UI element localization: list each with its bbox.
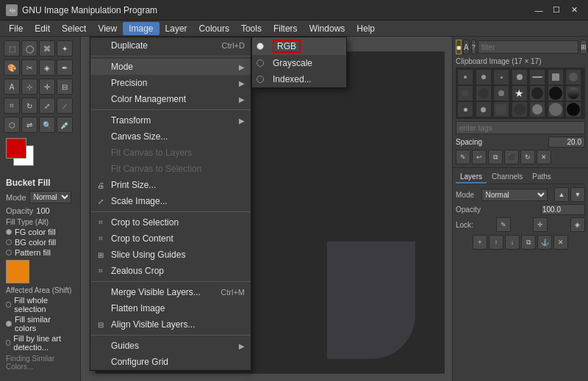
menu-guides[interactable]: Guides ▶ bbox=[90, 338, 251, 354]
foreground-color[interactable] bbox=[6, 138, 26, 159]
layer-delete-btn[interactable]: ✕ bbox=[553, 235, 568, 250]
brush-filter-input[interactable] bbox=[478, 40, 578, 54]
menu-color-management[interactable]: Color Management ▶ bbox=[90, 91, 251, 107]
fill-fg-radio[interactable] bbox=[6, 229, 12, 235]
mode-select[interactable]: Normal bbox=[29, 191, 71, 203]
brush-delete-btn[interactable]: ✕ bbox=[537, 150, 551, 164]
brush-undo-btn[interactable]: ↩ bbox=[472, 150, 487, 164]
menu-colours[interactable]: Colours bbox=[193, 22, 235, 35]
tool-measure[interactable]: ⊹ bbox=[21, 79, 37, 95]
fill-fg[interactable]: FG color fill bbox=[6, 228, 74, 236]
affect-line-art-radio[interactable] bbox=[6, 340, 10, 346]
menu-view[interactable]: View bbox=[92, 22, 123, 35]
menu-precision[interactable]: Precision ▶ bbox=[90, 75, 251, 91]
menu-grayscale[interactable]: Grayscale bbox=[252, 55, 346, 71]
affect-line-art[interactable]: Fill by line art detectio... bbox=[6, 334, 74, 352]
menu-crop-content[interactable]: ⌗ Crop to Content bbox=[90, 231, 251, 247]
menu-tools[interactable]: Tools bbox=[235, 22, 268, 35]
lock-position-btn[interactable]: ✛ bbox=[533, 217, 548, 232]
tool-text[interactable]: A bbox=[4, 79, 20, 95]
menu-zealous-crop[interactable]: ⌗ Zealous Crop bbox=[90, 263, 251, 279]
menu-flatten[interactable]: Flatten Image bbox=[90, 300, 251, 316]
tool-align[interactable]: ⊟ bbox=[57, 79, 73, 95]
brush-grid-view-btn[interactable]: ⊞ bbox=[580, 40, 587, 54]
brush-item[interactable] bbox=[548, 102, 563, 117]
tags-input[interactable] bbox=[456, 121, 585, 134]
menu-file[interactable]: File bbox=[3, 22, 29, 35]
maximize-button[interactable]: ☐ bbox=[548, 2, 564, 18]
minimize-button[interactable]: — bbox=[531, 2, 547, 18]
menu-image[interactable]: Image bbox=[123, 22, 159, 35]
menu-transform[interactable]: Transform ▶ bbox=[90, 112, 251, 128]
menu-slice-guides[interactable]: ⊞ Slice Using Guides bbox=[90, 247, 251, 263]
menu-select[interactable]: Select bbox=[56, 22, 92, 35]
menu-edit[interactable]: Edit bbox=[29, 22, 56, 35]
menu-configure-grid[interactable]: Configure Grid bbox=[90, 354, 251, 370]
brush-item[interactable] bbox=[458, 86, 473, 101]
lock-alpha-btn[interactable]: ◈ bbox=[570, 217, 585, 232]
affect-whole-radio[interactable] bbox=[6, 302, 11, 308]
brush-copy-btn[interactable]: ⧉ bbox=[488, 150, 503, 164]
brush-item[interactable] bbox=[458, 102, 473, 117]
menu-indexed[interactable]: Indexed... bbox=[252, 71, 346, 87]
tab-channels[interactable]: Channels bbox=[487, 171, 527, 184]
tab-paths[interactable]: Paths bbox=[528, 171, 556, 184]
tool-rotate[interactable]: ↻ bbox=[21, 98, 37, 114]
affect-whole[interactable]: Fill whole selection bbox=[6, 296, 74, 313]
tool-fuzzy-select[interactable]: ✦ bbox=[57, 40, 73, 57]
lock-pixel-btn[interactable]: ✎ bbox=[496, 217, 511, 232]
tool-paths[interactable]: ✒ bbox=[57, 59, 73, 76]
brush-item[interactable] bbox=[512, 70, 527, 84]
brush-refresh-btn[interactable]: ↻ bbox=[520, 150, 535, 164]
brush-item[interactable] bbox=[494, 86, 509, 101]
tool-move[interactable]: ✛ bbox=[39, 79, 55, 95]
spacing-value[interactable] bbox=[548, 137, 585, 148]
close-button[interactable]: ✕ bbox=[566, 2, 582, 18]
menu-duplicate[interactable]: Duplicate Ctrl+D bbox=[90, 37, 251, 54]
brush-item[interactable] bbox=[476, 86, 491, 101]
brush-item[interactable] bbox=[566, 86, 581, 101]
tool-crop[interactable]: ⌗ bbox=[4, 98, 20, 114]
brush-item[interactable] bbox=[476, 70, 491, 84]
menu-canvas-size[interactable]: Canvas Size... bbox=[90, 128, 251, 145]
layer-lower-btn[interactable]: ↓ bbox=[505, 235, 520, 250]
menu-layer[interactable]: Layer bbox=[159, 22, 193, 35]
tool-rect-select[interactable]: ⬚ bbox=[4, 40, 20, 57]
menu-filters[interactable]: Filters bbox=[268, 22, 304, 35]
tool-scale[interactable]: ⤢ bbox=[39, 98, 55, 114]
tool-shear[interactable]: ⟋ bbox=[57, 98, 73, 114]
layer-opacity-input[interactable] bbox=[541, 204, 585, 215]
layer-duplicate-btn[interactable]: ⧉ bbox=[521, 235, 536, 250]
fill-bg[interactable]: BG color fill bbox=[6, 238, 74, 247]
brush-edit-btn[interactable]: ✎ bbox=[456, 150, 470, 164]
brush-item[interactable]: ★ bbox=[512, 86, 527, 101]
brush-item[interactable] bbox=[458, 70, 473, 84]
brush-item[interactable] bbox=[548, 86, 563, 101]
menu-rgb[interactable]: RGB bbox=[252, 37, 346, 55]
layer-up-btn[interactable]: ▲ bbox=[554, 187, 569, 202]
tool-zoom[interactable]: 🔍 bbox=[39, 117, 55, 133]
layer-anchor-btn[interactable]: ⚓ bbox=[537, 235, 552, 250]
tool-scissors[interactable]: ✂ bbox=[21, 59, 37, 76]
brush-item[interactable] bbox=[530, 70, 545, 84]
layer-mode-select[interactable]: Normal bbox=[481, 189, 548, 201]
tool-free-select[interactable]: ⌘ bbox=[39, 40, 55, 57]
fill-bg-radio[interactable] bbox=[6, 239, 12, 245]
tool-flip[interactable]: ⇌ bbox=[21, 117, 37, 133]
brush-something-btn[interactable]: ⬛ bbox=[504, 150, 519, 164]
brush-config-btn[interactable]: ? bbox=[471, 40, 476, 54]
tab-layers[interactable]: Layers bbox=[456, 171, 487, 184]
brush-item[interactable] bbox=[530, 102, 545, 117]
brush-item[interactable] bbox=[566, 102, 581, 117]
layer-raise-btn[interactable]: ↑ bbox=[489, 235, 503, 250]
tool-select-by-color[interactable]: 🎨 bbox=[4, 59, 20, 76]
tool-colorpick[interactable]: 💉 bbox=[57, 117, 73, 133]
tool-foreground-select[interactable]: ◈ bbox=[39, 59, 55, 76]
brush-item[interactable] bbox=[494, 102, 509, 117]
layer-down-btn[interactable]: ▼ bbox=[570, 187, 585, 202]
brush-item[interactable] bbox=[566, 70, 581, 84]
affect-similar-radio[interactable] bbox=[6, 321, 12, 327]
brush-item[interactable] bbox=[548, 70, 563, 84]
menu-crop-selection[interactable]: ⌗ Crop to Selection bbox=[90, 214, 251, 231]
brush-item[interactable] bbox=[512, 102, 527, 117]
